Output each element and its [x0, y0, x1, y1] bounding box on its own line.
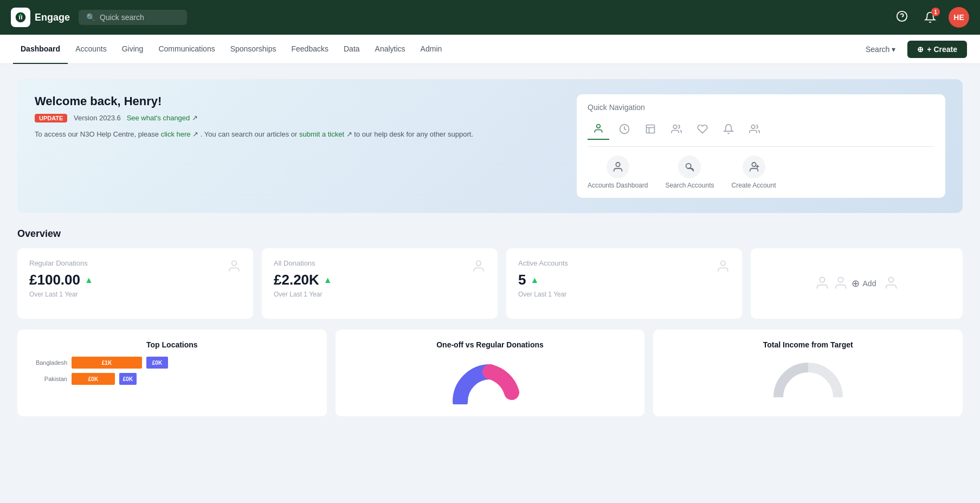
top-locations-chart: Top Locations Bangladesh £1K £0K Pakista… [17, 330, 327, 416]
help-circle-icon [896, 10, 908, 25]
bar-chart: Bangladesh £1K £0K Pakistan £0K [29, 357, 315, 385]
bar-label-bangladesh: Bangladesh [35, 359, 67, 366]
external-link-icon-3: ↗ [346, 130, 352, 138]
logo: Engage [11, 8, 70, 27]
bar-row-pakistan: Pakistan £0K £0K [35, 373, 310, 385]
welcome-left: Welcome back, Henry! UPDATE Version 2023… [35, 94, 564, 198]
svg-point-2 [597, 125, 601, 128]
update-badge: UPDATE [35, 114, 67, 122]
svg-point-5 [673, 125, 677, 129]
stat-card-inner-2: All Donations £2.20K ▲ Over Last 1 Year [274, 259, 486, 298]
stats-cards: Regular Donations £100.00 ▲ Over Last 1 … [17, 248, 963, 319]
nav-icon-people[interactable] [744, 118, 765, 140]
stat-value-row-2: £2.20K ▲ [274, 272, 332, 288]
help-text: To access our N3O Help Centre, please cl… [35, 129, 564, 140]
svg-point-14 [476, 261, 481, 266]
version-line: UPDATE Version 2023.6 See what's changed… [35, 114, 564, 122]
nav-communications[interactable]: Communications [151, 35, 222, 64]
stat-sublabel-active: Over Last 1 Year [518, 291, 568, 298]
quick-nav-card: Quick Navigation [577, 94, 945, 198]
nav-icon-sponsorships[interactable] [666, 118, 687, 140]
person-icon-2 [472, 259, 486, 276]
trend-up-icon-2: ▲ [324, 275, 332, 285]
regular-donations-value: £100.00 [29, 272, 80, 288]
active-accounts-value: 5 [518, 272, 526, 288]
shortcut-search-accounts[interactable]: Search Accounts [665, 156, 714, 189]
nav-icon-heart[interactable] [692, 118, 713, 140]
see-changes-link[interactable]: See what's changed [127, 114, 190, 122]
stat-content-3: Active Accounts 5 ▲ Over Last 1 Year [518, 259, 568, 298]
help-button[interactable] [892, 8, 912, 27]
income-target-title: Total Income from Target [665, 340, 951, 349]
nav-accounts[interactable]: Accounts [68, 35, 114, 64]
shortcut-accounts-dashboard[interactable]: Accounts Dashboard [588, 156, 648, 189]
topbar: Engage 🔍 Quick search 1 HE [0, 0, 980, 35]
nav-icon-inbox[interactable] [640, 118, 661, 140]
gauge-wrap [665, 357, 951, 400]
svg-point-8 [686, 164, 691, 169]
bar-orange-pakistan: £0K [72, 373, 115, 385]
active-accounts-card: Active Accounts 5 ▲ Over Last 1 Year [506, 248, 742, 319]
click-here-link[interactable]: click here [161, 130, 191, 138]
nav-icons-row [588, 118, 934, 147]
income-target-chart: Total Income from Target [653, 330, 963, 416]
svg-point-16 [820, 277, 824, 282]
shortcut-create-account[interactable]: Create Account [731, 156, 776, 189]
grey-icon-far [884, 275, 899, 292]
chevron-down-icon: ▾ [892, 45, 895, 54]
svg-point-18 [889, 277, 894, 282]
avatar[interactable]: HE [949, 7, 969, 28]
svg-point-10 [752, 163, 756, 166]
search-placeholder: Quick search [100, 13, 144, 22]
subnav: Dashboard Accounts Giving Communications… [0, 35, 980, 64]
donations-donut-chart: One-off vs Regular Donations [336, 330, 645, 416]
nav-sponsorships[interactable]: Sponsorships [223, 35, 284, 64]
stat-sublabel-regular: Over Last 1 Year [29, 291, 93, 298]
search-icon: 🔍 [86, 13, 95, 22]
donut-svg [452, 361, 528, 404]
trend-up-icon-3: ▲ [530, 275, 539, 285]
create-button[interactable]: ⊕ + Create [907, 41, 967, 58]
nav-analytics[interactable]: Analytics [368, 35, 413, 64]
overview-section: Overview Regular Donations £100.00 ▲ Ove… [17, 228, 963, 416]
nav-icon-accounts[interactable] [588, 118, 609, 140]
nav-icon-giving[interactable] [614, 118, 635, 140]
regular-donations-card: Regular Donations £100.00 ▲ Over Last 1 … [17, 248, 253, 319]
submit-ticket-link[interactable]: submit a ticket [299, 130, 344, 138]
grey-icon-left [815, 275, 830, 292]
topbar-right: 1 HE [892, 7, 969, 28]
trend-up-icon: ▲ [85, 275, 93, 285]
all-donations-value: £2.20K [274, 272, 319, 288]
nav-icon-bell[interactable] [718, 118, 739, 140]
add-stat-button[interactable]: ⊕ Add [815, 275, 899, 292]
stat-label-regular: Regular Donations [29, 259, 93, 267]
nav-admin[interactable]: Admin [413, 35, 450, 64]
stat-card-inner: Regular Donations £100.00 ▲ Over Last 1 … [29, 259, 241, 298]
svg-point-13 [232, 261, 237, 266]
person-icon [227, 259, 241, 276]
stat-label-all: All Donations [274, 259, 332, 267]
nav-giving[interactable]: Giving [114, 35, 151, 64]
svg-point-15 [721, 261, 726, 266]
search-dropdown[interactable]: Search ▾ [860, 42, 901, 57]
nav-shortcuts: Accounts Dashboard Search Accounts [588, 156, 934, 189]
nav-feedbacks[interactable]: Feedbacks [284, 35, 336, 64]
app-name: Engage [35, 12, 70, 23]
stat-content-2: All Donations £2.20K ▲ Over Last 1 Year [274, 259, 332, 298]
add-stat-card: ⊕ Add [751, 248, 963, 319]
notifications-button[interactable]: 1 [920, 8, 940, 27]
global-search[interactable]: 🔍 Quick search [79, 10, 187, 25]
main-content: Welcome back, Henry! UPDATE Version 2023… [0, 64, 980, 431]
shortcut-create-account-label: Create Account [731, 182, 776, 189]
nav-dashboard[interactable]: Dashboard [13, 35, 68, 64]
svg-rect-4 [647, 125, 655, 133]
all-donations-card: All Donations £2.20K ▲ Over Last 1 Year [262, 248, 498, 319]
external-link-icon: ↗ [192, 114, 198, 122]
quick-nav-title: Quick Navigation [588, 103, 934, 112]
create-account-icon [743, 156, 765, 178]
overview-title: Overview [17, 228, 963, 240]
welcome-title: Welcome back, Henry! [35, 94, 564, 108]
stat-sublabel-all: Over Last 1 Year [274, 291, 332, 298]
nav-data[interactable]: Data [336, 35, 368, 64]
svg-point-7 [616, 163, 620, 166]
